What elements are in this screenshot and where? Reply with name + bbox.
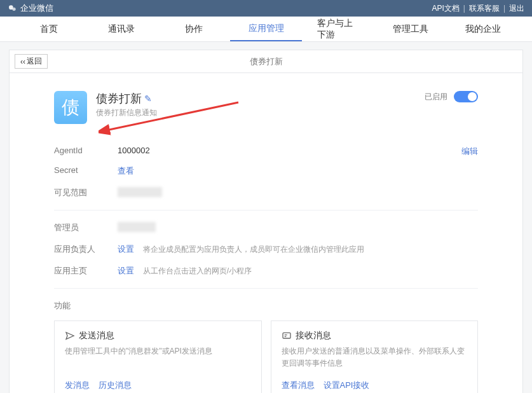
row-visible-range: 可见范围 (54, 187, 478, 198)
api-doc-link[interactable]: API文档 (432, 3, 459, 14)
nav-collab[interactable]: 协作 (158, 17, 230, 41)
app-header: 债 债券打新 ✎ 债券打新信息通知 已启用 (54, 91, 478, 124)
agent-id-label: AgentId (54, 146, 118, 155)
nav-apps[interactable]: 应用管理 (230, 17, 303, 41)
receive-desc: 接收用户发送的普通消息以及菜单操作、外部联系人变更回调等事件信息 (282, 345, 468, 371)
home-desc: 从工作台点击进入的网页/小程序 (143, 266, 252, 275)
send-title: 发送消息 (79, 330, 114, 341)
info-block: AgentId 1000002 编辑 Secret 查看 可见范围 (54, 146, 478, 198)
nav-contacts[interactable]: 通讯录 (85, 17, 158, 41)
visible-value-redacted (118, 187, 162, 197)
set-api-receive-link[interactable]: 设置API接收 (324, 380, 370, 391)
nav-home[interactable]: 首页 (13, 17, 85, 41)
edit-link[interactable]: 编辑 (461, 146, 478, 157)
secret-view-link[interactable]: 查看 (118, 165, 134, 177)
enabled-label: 已启用 (425, 92, 447, 102)
back-button[interactable]: ‹‹ 返回 (15, 54, 48, 69)
receive-title: 接收消息 (296, 330, 331, 341)
edit-pen-icon[interactable]: ✎ (144, 93, 152, 104)
divider: | (503, 4, 505, 13)
receive-icon (282, 331, 292, 341)
owner-set-link[interactable]: 设置 (118, 244, 134, 254)
history-message-link[interactable]: 历史消息 (99, 380, 132, 391)
back-label: 返回 (27, 56, 42, 67)
divider (54, 288, 478, 289)
home-label: 应用主页 (54, 265, 118, 277)
home-set-link[interactable]: 设置 (118, 266, 134, 275)
function-cards: 发送消息 使用管理工具中的"消息群发"或API发送消息 发消息 历史消息 接收消… (54, 321, 478, 393)
enable-toggle[interactable] (454, 91, 478, 102)
app-title-text: 债券打新 (96, 91, 142, 106)
owner-label: 应用负责人 (54, 244, 118, 255)
visible-label: 可见范围 (54, 187, 118, 198)
row-agent-id: AgentId 1000002 编辑 (54, 146, 478, 155)
nav-tools[interactable]: 管理工具 (374, 17, 447, 41)
svg-point-1 (12, 8, 15, 11)
send-message-card: 发送消息 使用管理工具中的"消息群发"或API发送消息 发消息 历史消息 (54, 321, 262, 393)
divider (54, 210, 478, 210)
secret-label: Secret (54, 165, 118, 175)
brand-text: 企业微信 (20, 3, 53, 14)
row-owner: 应用负责人 设置 将企业成员配置为应用负责人，成员即可在企业微信内管理此应用 (54, 244, 478, 255)
nav-bar: 首页 通讯录 协作 应用管理 客户与上下游 管理工具 我的企业 (0, 17, 532, 42)
app-icon: 债 (54, 91, 87, 124)
info-block-2: 管理员 应用负责人 设置 将企业成员配置为应用负责人，成员即可在企业微信内管理此… (54, 222, 478, 277)
send-icon (65, 331, 75, 341)
page-header: ‹‹ 返回 债券打新 (10, 50, 522, 73)
send-message-link[interactable]: 发消息 (65, 380, 90, 391)
wechat-work-icon (8, 3, 18, 13)
receive-message-card: 接收消息 接收用户发送的普通消息以及菜单操作、外部联系人变更回调等事件信息 查看… (271, 321, 479, 393)
row-secret: Secret 查看 (54, 165, 478, 177)
nav-enterprise[interactable]: 我的企业 (447, 17, 519, 41)
top-header: 企业微信 API文档 | 联系客服 | 退出 (0, 0, 532, 17)
divider: | (463, 4, 465, 13)
contact-link[interactable]: 联系客服 (469, 3, 500, 14)
send-desc: 使用管理工具中的"消息群发"或API发送消息 (65, 345, 251, 371)
view-message-link[interactable]: 查看消息 (282, 380, 315, 391)
nav-customers[interactable]: 客户与上下游 (302, 17, 374, 41)
owner-desc: 将企业成员配置为应用负责人，成员即可在企业微信内管理此应用 (143, 245, 364, 254)
app-title: 债券打新 ✎ (96, 91, 416, 106)
page-title: 债券打新 (250, 56, 283, 67)
agent-id-value: 1000002 (118, 146, 150, 155)
enable-wrap: 已启用 (425, 91, 478, 102)
content: 债 债券打新 ✎ 债券打新信息通知 已启用 (10, 73, 522, 393)
logout-link[interactable]: 退出 (509, 3, 524, 14)
functions-title: 功能 (54, 300, 478, 312)
row-admin: 管理员 (54, 222, 478, 233)
chevron-left-icon: ‹‹ (20, 57, 25, 66)
row-home: 应用主页 设置 从工作台点击进入的网页/小程序 (54, 265, 478, 277)
svg-rect-3 (283, 333, 290, 338)
app-subtitle: 债券打新信息通知 (96, 107, 416, 118)
brand: 企业微信 (8, 3, 53, 14)
main-area: ‹‹ 返回 债券打新 债 债券打新 ✎ 债券打新信息通知 已启用 (0, 42, 532, 393)
admin-label: 管理员 (54, 222, 118, 233)
main-card: ‹‹ 返回 债券打新 债 债券打新 ✎ 债券打新信息通知 已启用 (9, 50, 523, 393)
admin-value-redacted (118, 222, 156, 232)
